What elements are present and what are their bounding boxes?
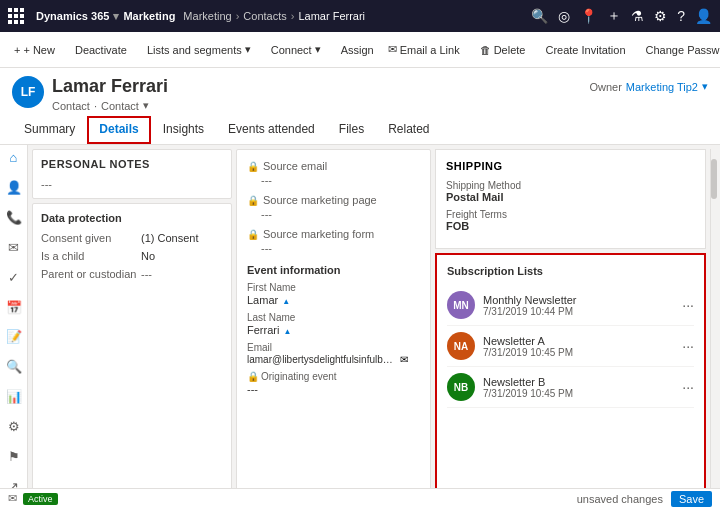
lock-icon: 🔒 bbox=[247, 161, 259, 172]
sidebar-flag-icon[interactable]: ⚑ bbox=[4, 447, 24, 465]
dropdown-icon: ▾ bbox=[315, 43, 321, 56]
source-fields: 🔒 Source email --- 🔒 Source marketing pa… bbox=[247, 160, 420, 254]
freight-terms-value: FOB bbox=[446, 220, 695, 232]
subscription-lists-panel: Subscription Lists MN Monthly Newsletter… bbox=[435, 253, 706, 491]
record-subtitle: Contact · Contact ▾ bbox=[52, 99, 168, 112]
module-name: Marketing bbox=[123, 10, 175, 22]
command-bar: + + New Deactivate Lists and segments ▾ … bbox=[0, 32, 720, 68]
lock-icon: 🔒 bbox=[247, 229, 259, 240]
dropdown-icon: ▾ bbox=[245, 43, 251, 56]
subscription-name: Newsletter B bbox=[483, 376, 674, 388]
tab-files[interactable]: Files bbox=[327, 116, 376, 144]
list-item: NB Newsletter B 7/31/2019 10:45 PM ··· bbox=[447, 367, 694, 408]
lists-segments-button[interactable]: Lists and segments ▾ bbox=[141, 39, 257, 60]
subscription-date: 7/31/2019 10:44 PM bbox=[483, 306, 674, 317]
subscription-avatar: NA bbox=[447, 332, 475, 360]
email-icon: ✉ bbox=[388, 43, 397, 56]
change-password-button[interactable]: Change Password bbox=[640, 40, 720, 60]
deactivate-button[interactable]: Deactivate bbox=[69, 40, 133, 60]
subscription-date: 7/31/2019 10:45 PM bbox=[483, 388, 674, 399]
sidebar-settings-icon[interactable]: ⚙ bbox=[4, 417, 24, 435]
data-protection-title: Data protection bbox=[41, 212, 223, 224]
sidebar-email-icon[interactable]: ✉ bbox=[4, 238, 24, 256]
sidebar-contact-icon[interactable]: 👤 bbox=[4, 179, 24, 197]
sidebar-calendar-icon[interactable]: 📅 bbox=[4, 298, 24, 316]
more-options-button[interactable]: ··· bbox=[682, 379, 694, 395]
tab-summary[interactable]: Summary bbox=[12, 116, 87, 144]
app-name: Dynamics 365 bbox=[36, 10, 109, 22]
more-options-button[interactable]: ··· bbox=[682, 338, 694, 354]
top-nav-icons: 🔍 ◎ 📍 ＋ ⚗ ⚙ ? 👤 bbox=[531, 7, 712, 25]
assign-button[interactable]: Assign bbox=[335, 40, 380, 60]
search-icon[interactable]: 🔍 bbox=[531, 8, 548, 24]
parent-custodian-label: Parent or custodian bbox=[41, 268, 141, 280]
tab-insights[interactable]: Insights bbox=[151, 116, 216, 144]
shipping-panel: SHIPPING Shipping Method Postal Mail Fre… bbox=[435, 149, 706, 249]
parent-custodian-row: Parent or custodian --- bbox=[41, 268, 223, 280]
sidebar-note-icon[interactable]: 📝 bbox=[4, 328, 24, 346]
personal-notes-title: PERSONAL NOTES bbox=[41, 158, 223, 170]
source-marketing-form-value: --- bbox=[247, 242, 420, 254]
save-button[interactable]: Save bbox=[671, 491, 712, 507]
parent-custodian-value: --- bbox=[141, 268, 152, 280]
right-panel: SHIPPING Shipping Method Postal Mail Fre… bbox=[435, 149, 706, 491]
middle-panel: 🔒 Source email --- 🔒 Source marketing pa… bbox=[236, 149, 431, 491]
filter-icon[interactable]: ⚗ bbox=[631, 8, 644, 24]
sidebar-chart-icon[interactable]: 📊 bbox=[4, 388, 24, 406]
new-button[interactable]: + + New bbox=[8, 40, 61, 60]
app-logo: Dynamics 365 ▾ Marketing bbox=[36, 10, 175, 23]
email-icon: ✉ bbox=[400, 354, 408, 365]
help-icon[interactable]: ? bbox=[677, 8, 685, 24]
left-panel: PERSONAL NOTES --- Data protection Conse… bbox=[32, 149, 232, 491]
sidebar-home-icon[interactable]: ⌂ bbox=[4, 149, 24, 167]
map-pin-icon[interactable]: 📍 bbox=[580, 8, 597, 24]
top-navigation: Dynamics 365 ▾ Marketing Marketing › Con… bbox=[0, 0, 720, 32]
first-name-field: First Name Lamar bbox=[247, 282, 420, 306]
sidebar-phone-icon[interactable]: 📞 bbox=[4, 209, 24, 227]
email-value: lamar@libertysdelightfulsinfulbakeryandc… bbox=[247, 354, 397, 365]
breadcrumb: Marketing › Contacts › Lamar Ferrari bbox=[183, 10, 523, 22]
subscription-name: Newsletter A bbox=[483, 335, 674, 347]
deactivate-label: Deactivate bbox=[75, 44, 127, 56]
create-invitation-button[interactable]: Create Invitation bbox=[539, 40, 631, 60]
email-link-button[interactable]: ✉ Email a Link bbox=[382, 39, 466, 60]
is-child-row: Is a child No bbox=[41, 250, 223, 262]
plus-icon[interactable]: ＋ bbox=[607, 7, 621, 25]
record-name: Lamar Ferrari bbox=[52, 76, 168, 97]
tab-details[interactable]: Details bbox=[87, 116, 150, 144]
gear-icon[interactable]: ⚙ bbox=[654, 8, 667, 24]
subscription-list: MN Monthly Newsletter 7/31/2019 10:44 PM… bbox=[447, 285, 694, 408]
list-item: NA Newsletter A 7/31/2019 10:45 PM ··· bbox=[447, 326, 694, 367]
chevron-down-icon[interactable]: ▾ bbox=[702, 80, 708, 93]
lock-icon: 🔒 bbox=[247, 195, 259, 206]
lock-icon: 🔒 bbox=[247, 371, 259, 382]
shipping-method-value: Postal Mail bbox=[446, 191, 695, 203]
waffle-menu[interactable] bbox=[8, 8, 24, 24]
sidebar-task-icon[interactable]: ✓ bbox=[4, 268, 24, 286]
target-icon[interactable]: ◎ bbox=[558, 8, 570, 24]
tab-related[interactable]: Related bbox=[376, 116, 441, 144]
avatar: LF bbox=[12, 76, 44, 108]
first-name-value: Lamar bbox=[247, 294, 420, 306]
source-marketing-page-field: 🔒 Source marketing page bbox=[247, 194, 420, 206]
delete-button[interactable]: 🗑 Delete bbox=[474, 40, 532, 60]
originating-event-value: --- bbox=[247, 383, 420, 395]
more-options-button[interactable]: ··· bbox=[682, 297, 694, 313]
unsaved-changes-text: unsaved changes bbox=[577, 493, 663, 505]
sidebar-search-icon[interactable]: 🔍 bbox=[4, 358, 24, 376]
chevron-down-icon[interactable]: ▾ bbox=[143, 99, 149, 112]
status-left: ✉ Active bbox=[8, 492, 58, 505]
connect-button[interactable]: Connect ▾ bbox=[265, 39, 327, 60]
subscription-lists-title: Subscription Lists bbox=[447, 265, 694, 277]
main-content: ⌂ 👤 📞 ✉ ✓ 📅 📝 🔍 📊 ⚙ ⚑ ↗ PERSONAL NOTES -… bbox=[0, 145, 720, 495]
consent-given-value: (1) Consent bbox=[141, 232, 198, 244]
last-name-field: Last Name Ferrari bbox=[247, 312, 420, 336]
owner-block: Owner Marketing Tip2 ▾ bbox=[589, 80, 708, 93]
personal-notes-value: --- bbox=[41, 178, 223, 190]
source-marketing-page-value: --- bbox=[247, 208, 420, 220]
subscription-avatar: MN bbox=[447, 291, 475, 319]
person-icon[interactable]: 👤 bbox=[695, 8, 712, 24]
scrollbar[interactable] bbox=[710, 149, 716, 491]
consent-given-label: Consent given bbox=[41, 232, 141, 244]
tab-events-attended[interactable]: Events attended bbox=[216, 116, 327, 144]
